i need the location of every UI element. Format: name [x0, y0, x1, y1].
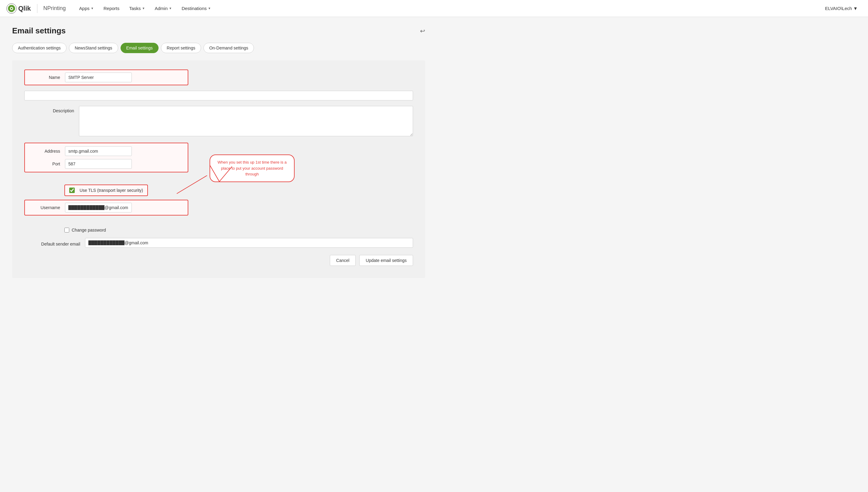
username-full-input-row — [24, 219, 413, 224]
name-highlighted-group: Name — [24, 70, 188, 85]
form-actions: Cancel Update email settings — [24, 255, 413, 266]
description-field — [79, 106, 413, 137]
user-label: ELVAIO\Lech — [825, 6, 852, 11]
back-button[interactable]: ↩ — [420, 27, 425, 34]
qlik-icon — [6, 3, 17, 14]
nav-item-apps[interactable]: Apps ▼ — [75, 3, 98, 14]
description-input[interactable] — [79, 106, 413, 136]
tls-row: Use TLS (transport layer security) — [64, 184, 148, 196]
address-port-group: Address Port — [24, 143, 188, 172]
tab-ondemand[interactable]: On-Demand settings — [204, 43, 254, 53]
form-panel: Name Description Address Port — [12, 60, 425, 278]
name-extra-input[interactable] — [24, 91, 413, 100]
change-password-checkbox[interactable] — [64, 228, 69, 232]
username-input[interactable] — [65, 203, 132, 213]
address-full-input-row — [24, 176, 413, 181]
address-input[interactable] — [65, 146, 132, 156]
nav-item-destinations[interactable]: Destinations ▼ — [178, 3, 215, 14]
page-content: Email settings ↩ Authentication settings… — [0, 17, 437, 287]
tab-auth[interactable]: Authentication settings — [12, 43, 67, 53]
tabs: Authentication settings NewsStand settin… — [12, 43, 425, 53]
nav-items: Apps ▼ Reports Tasks ▼ Admin ▼ Destinati… — [75, 3, 821, 14]
name-label: Name — [28, 75, 65, 80]
address-row: Address — [28, 146, 184, 156]
page-title: Email settings — [12, 26, 66, 35]
navbar: Qlik NPrinting Apps ▼ Reports Tasks ▼ Ad… — [0, 0, 868, 17]
brand: Qlik NPrinting — [6, 3, 66, 14]
user-menu[interactable]: ELVAIO\Lech ▼ — [821, 3, 862, 14]
name-input[interactable] — [65, 73, 132, 82]
tls-checkbox[interactable] — [69, 188, 75, 193]
port-row: Port — [28, 159, 184, 169]
nav-item-tasks[interactable]: Tasks ▼ — [125, 3, 149, 14]
port-input[interactable] — [65, 159, 132, 169]
nav-right: ELVAIO\Lech ▼ — [821, 3, 862, 14]
tls-label[interactable]: Use TLS (transport layer security) — [79, 188, 143, 193]
qlik-text: Qlik — [18, 4, 31, 13]
change-password-label[interactable]: Change password — [72, 228, 106, 232]
default-sender-row: Default sender email — [24, 238, 413, 248]
nav-item-reports[interactable]: Reports — [99, 3, 124, 14]
default-sender-label: Default sender email — [24, 239, 85, 246]
user-dropdown-arrow: ▼ — [853, 6, 858, 11]
svg-point-3 — [10, 7, 12, 9]
nprinting-text: NPrinting — [43, 5, 66, 11]
update-email-settings-button[interactable]: Update email settings — [359, 255, 413, 266]
tab-email[interactable]: Email settings — [121, 43, 159, 53]
address-label: Address — [28, 149, 65, 153]
nav-item-admin[interactable]: Admin ▼ — [150, 3, 176, 14]
description-label: Description — [24, 106, 79, 113]
username-highlighted-group: Username — [24, 200, 188, 216]
admin-dropdown-arrow: ▼ — [169, 7, 172, 10]
change-password-row: Change password — [64, 228, 413, 232]
description-row: Description — [24, 106, 413, 137]
port-label: Port — [28, 162, 65, 166]
username-label: Username — [28, 205, 65, 210]
default-sender-input[interactable] — [85, 238, 413, 248]
cancel-button[interactable]: Cancel — [330, 255, 356, 266]
tasks-dropdown-arrow: ▼ — [142, 7, 145, 10]
tab-newsstand[interactable]: NewsStand settings — [69, 43, 118, 53]
tab-report[interactable]: Report settings — [161, 43, 201, 53]
destinations-dropdown-arrow: ▼ — [208, 7, 211, 10]
callout-text: When you set this up 1st time there is a… — [217, 160, 287, 176]
qlik-logo: Qlik — [6, 3, 31, 14]
apps-dropdown-arrow: ▼ — [91, 7, 94, 10]
name-extra-input-row — [24, 91, 413, 100]
brand-logo: Qlik NPrinting — [6, 3, 66, 14]
page-header: Email settings ↩ — [12, 26, 425, 35]
